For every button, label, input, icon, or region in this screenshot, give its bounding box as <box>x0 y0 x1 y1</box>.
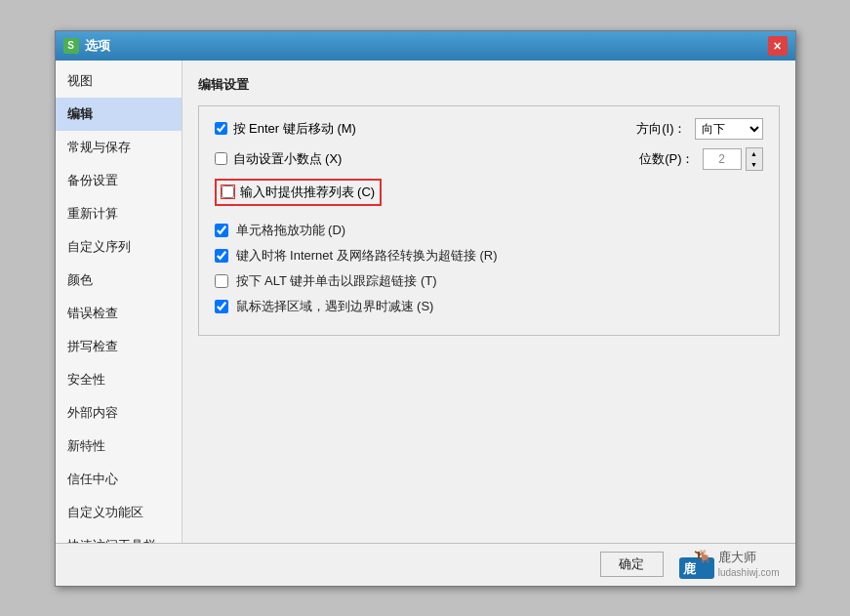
enter-move-row: 按 Enter 键后移动 (M) 方向(I)： 向下 向上 向左 向右 <box>215 118 763 140</box>
sidebar-item-color[interactable]: 颜色 <box>56 264 182 297</box>
app-icon: S <box>63 38 79 54</box>
enter-move-checkbox[interactable] <box>215 122 227 135</box>
decimal-spinner: ▲ ▼ <box>703 147 763 171</box>
settings-group: 按 Enter 键后移动 (M) 方向(I)： 向下 向上 向左 向右 <box>198 105 780 336</box>
decimal-input[interactable] <box>703 148 742 170</box>
sidebar-item-general-save[interactable]: 常规与保存 <box>56 131 182 164</box>
sidebar-item-security[interactable]: 安全性 <box>56 363 182 396</box>
section-title: 编辑设置 <box>198 76 780 94</box>
sidebar-item-quick-access[interactable]: 快速访问工具栏 <box>56 529 182 543</box>
alt-click-checkbox[interactable] <box>215 274 228 288</box>
autocomplete-row-wrapper: 输入时提供推荐列表 (C) <box>215 179 763 214</box>
cell-drag-row: 单元格拖放功能 (D) <box>215 222 763 239</box>
hyperlink-label[interactable]: 键入时将 Internet 及网络路径转换为超链接 (R) <box>236 247 498 265</box>
spinner-buttons: ▲ ▼ <box>746 147 763 171</box>
cell-drag-checkbox[interactable] <box>215 224 228 237</box>
dialog-window: S 选项 × 视图 编辑 常规与保存 备份设置 重新计算 自定义序列 颜色 错误… <box>55 30 796 587</box>
mouse-select-label[interactable]: 鼠标选择区域，遇到边界时减速 (S) <box>236 298 434 315</box>
logo-svg: 鹿 🦌 <box>679 550 714 579</box>
sidebar-item-view[interactable]: 视图 <box>56 64 182 98</box>
decimal-label: 位数(P)： <box>639 150 694 168</box>
main-content: 编辑设置 按 Enter 键后移动 (M) 方向(I)： 向下 向上 <box>182 61 795 543</box>
auto-decimal-row: 自动设置小数点 (X) 位数(P)： ▲ ▼ <box>215 147 763 171</box>
confirm-button[interactable]: 确定 <box>600 552 664 577</box>
sidebar-item-spell-check[interactable]: 拼写检查 <box>56 330 182 363</box>
sidebar-item-backup[interactable]: 备份设置 <box>56 164 182 197</box>
hyperlink-row: 键入时将 Internet 及网络路径转换为超链接 (R) <box>215 247 763 265</box>
sidebar-item-external[interactable]: 外部内容 <box>56 396 182 430</box>
direction-select[interactable]: 向下 向上 向左 向右 <box>695 118 763 140</box>
spinner-up-button[interactable]: ▲ <box>747 148 762 159</box>
enter-move-label[interactable]: 按 Enter 键后移动 (M) <box>233 120 356 138</box>
svg-text:鹿: 鹿 <box>682 561 697 576</box>
autocomplete-checkbox[interactable] <box>222 185 234 198</box>
direction-label: 方向(I)： <box>636 120 686 138</box>
alt-click-label[interactable]: 按下 ALT 键并单击以跟踪超链接 (T) <box>236 272 437 290</box>
sidebar-item-new-features[interactable]: 新特性 <box>56 430 182 463</box>
footer-logo: 鹿 🦌 鹿大师 ludashiwj.com <box>679 550 780 579</box>
mouse-select-row: 鼠标选择区域，遇到边界时减速 (S) <box>215 298 763 315</box>
logo-text: 鹿大师 ludashiwj.com <box>718 550 780 579</box>
logo-image: 鹿 🦌 <box>679 550 714 579</box>
svg-text:🦌: 🦌 <box>697 550 713 564</box>
decimal-group: 位数(P)： ▲ ▼ <box>639 147 762 171</box>
autocomplete-label[interactable]: 输入时提供推荐列表 (C) <box>240 184 376 201</box>
hyperlink-checkbox[interactable] <box>215 249 228 263</box>
dialog-footer: 确定 鹿 🦌 鹿大师 ludashiwj.com <box>56 543 795 586</box>
title-bar: S 选项 × <box>56 31 795 61</box>
alt-click-row: 按下 ALT 键并单击以跟踪超链接 (T) <box>215 272 763 290</box>
auto-decimal-checkbox[interactable] <box>215 152 227 165</box>
sidebar-item-edit[interactable]: 编辑 <box>56 98 182 131</box>
enter-move-left: 按 Enter 键后移动 (M) <box>215 120 356 138</box>
mouse-select-checkbox[interactable] <box>215 300 228 313</box>
sidebar-item-trust-center[interactable]: 信任中心 <box>56 463 182 496</box>
close-button[interactable]: × <box>768 36 788 56</box>
autocomplete-highlighted-row: 输入时提供推荐列表 (C) <box>215 179 383 206</box>
spinner-down-button[interactable]: ▼ <box>747 159 762 170</box>
direction-group: 方向(I)： 向下 向上 向左 向右 <box>636 118 762 140</box>
auto-decimal-left: 自动设置小数点 (X) <box>215 150 343 168</box>
auto-decimal-label[interactable]: 自动设置小数点 (X) <box>233 150 343 168</box>
sidebar: 视图 编辑 常规与保存 备份设置 重新计算 自定义序列 颜色 错误检查 拼写检查… <box>56 61 182 543</box>
title-bar-left: S 选项 <box>63 37 110 55</box>
sidebar-item-recalc[interactable]: 重新计算 <box>56 197 182 230</box>
sidebar-item-error-check[interactable]: 错误检查 <box>56 297 182 330</box>
dialog-body: 视图 编辑 常规与保存 备份设置 重新计算 自定义序列 颜色 错误检查 拼写检查… <box>56 61 795 543</box>
cell-drag-label[interactable]: 单元格拖放功能 (D) <box>236 222 346 239</box>
window-title: 选项 <box>85 37 110 55</box>
sidebar-item-customize-ribbon[interactable]: 自定义功能区 <box>56 496 182 529</box>
sidebar-item-custom-seq[interactable]: 自定义序列 <box>56 230 182 264</box>
